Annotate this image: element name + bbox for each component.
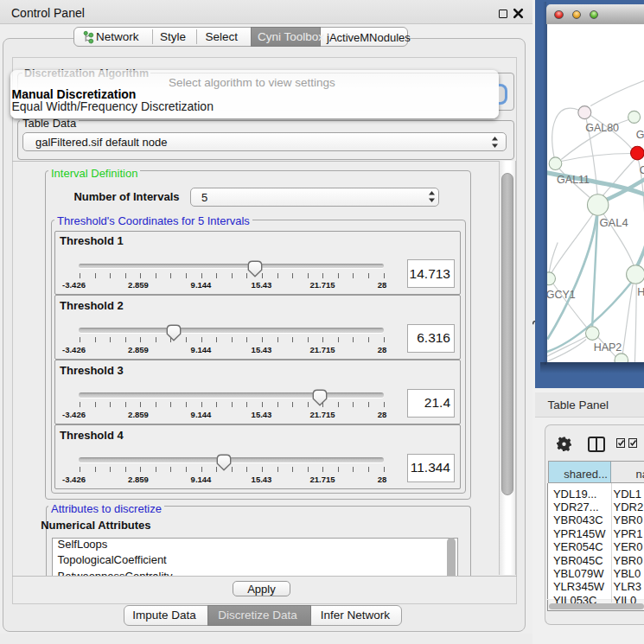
svg-text:HAP2: HAP2 <box>593 341 622 354</box>
svg-text:GCY1: GCY1 <box>547 289 576 301</box>
svg-text:GAL80: GAL80 <box>585 122 619 134</box>
svg-text:C: C <box>640 163 644 175</box>
svg-text:GAL4: GAL4 <box>599 216 628 229</box>
svg-text:GAL11: GAL11 <box>557 174 590 186</box>
svg-text:H: H <box>637 286 644 298</box>
svg-text:G.: G. <box>636 129 644 141</box>
